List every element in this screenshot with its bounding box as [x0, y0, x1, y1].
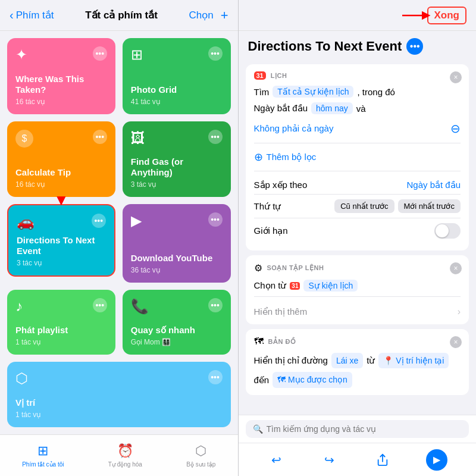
calendar-event-type[interactable]: Tất cả Sự kiện lịch [273, 86, 353, 98]
shortcut-card-download-youtube[interactable]: ▶ ••• Download YouTube 36 tác vụ [123, 204, 231, 283]
card-subtitle: 16 tác vụ [15, 180, 107, 189]
date-prefix: Ngày bắt đầu [254, 103, 308, 114]
shortcut-card-quay-so-nhanh[interactable]: 📞 ••• Quay số nhanh Gọi Mom 👩‍👩‍👧‍👦 [123, 290, 231, 355]
card-menu-button[interactable]: ••• [93, 298, 107, 312]
shortcut-card-photo-grid[interactable]: ⊞ ••• Photo Grid 41 tác vụ [123, 38, 231, 114]
my-shortcuts-icon: ⊞ [37, 443, 48, 459]
maps-close-button[interactable]: × [450, 336, 462, 348]
card-menu-button[interactable]: ••• [93, 46, 107, 61]
not-all-day-row[interactable]: Không phải cả ngày ⊖ [254, 119, 461, 138]
card-menu-button[interactable]: ••• [208, 212, 223, 227]
more-options-button[interactable]: ••• [406, 38, 423, 55]
tab-gallery[interactable]: ⬡ Bộ sưu tập [186, 443, 215, 468]
limit-label: Giới hạn [254, 226, 288, 236]
shortcut-card-directions[interactable]: 🚗 ••• Directions To Next Event 3 tác vụ [7, 204, 115, 277]
order-row: Thứ tự Cũ nhất trước Mới nhất trước [254, 195, 461, 218]
undo-button[interactable]: ↩ [267, 450, 286, 469]
card-title: Phát playlist [15, 325, 107, 336]
red-down-arrow: ▼ [54, 191, 69, 209]
dest-icon: 🗺 [277, 375, 286, 384]
right-content: 31 LỊCH × Tìm Tất cả Sự kiện lịch , tron… [239, 60, 477, 415]
tab-automation[interactable]: ⏰ Tự động hóa [108, 443, 142, 468]
search-input[interactable] [267, 424, 462, 434]
card-menu-button[interactable]: ••• [208, 130, 223, 144]
calendar-close-button[interactable]: × [450, 71, 462, 83]
card-subtitle: 1 tác vụ [15, 338, 107, 346]
card-menu-button[interactable]: ••• [208, 298, 223, 312]
card-icon-music: ♪ [15, 298, 23, 315]
maps-action-card: 🗺 BẢN ĐỒ × Hiển thị chỉ đường Lái xe từ … [246, 329, 469, 395]
sort-label: Sắp xếp theo [254, 180, 308, 190]
show-more-row[interactable]: Hiển thị thêm › [254, 302, 461, 317]
redo-button[interactable]: ↪ [320, 450, 339, 469]
choose-event-value[interactable]: Sự kiện lịch [303, 280, 358, 292]
header-actions: Chọn + [189, 8, 228, 23]
location-icon: 📍 [383, 356, 393, 365]
tab-my-shortcuts-label: Phím tắt của tôi [22, 461, 64, 468]
card-icon-layers: ⬡ [15, 370, 28, 387]
tab-gallery-label: Bộ sưu tập [186, 461, 215, 468]
add-filter-button[interactable]: ⊕ Thêm bộ lọc [254, 148, 461, 166]
card-divider-2 [254, 171, 461, 171]
location-pill[interactable]: 📍 Vị trí hiện tại [378, 353, 449, 368]
limit-row: Giới hạn [254, 218, 461, 243]
script-divider [254, 296, 461, 297]
add-shortcut-button[interactable]: + [221, 8, 228, 23]
find-prefix: Tìm [254, 87, 270, 97]
script-close-button[interactable]: × [450, 262, 462, 274]
card-title: Photo Grid [131, 84, 223, 95]
dest-pill[interactable]: 🗺 Mục được chọn [273, 372, 352, 387]
play-button[interactable]: ▶ [426, 449, 447, 471]
card-icon-car: 🚗 [17, 214, 35, 230]
maps-card-header: 🗺 BẢN ĐỒ [254, 336, 461, 347]
card-menu-button[interactable]: ••• [92, 214, 106, 228]
minus-circle-icon: ⊖ [450, 121, 461, 136]
drive-pill[interactable]: Lái xe [331, 353, 363, 368]
tab-my-shortcuts[interactable]: ⊞ Phím tắt của tôi [22, 443, 64, 468]
card-subtitle: 41 tác vụ [131, 98, 223, 106]
shortcut-card-calculate-tip[interactable]: $ ••• Calculate Tip 16 tác vụ [7, 121, 115, 198]
search-container[interactable]: 🔍 [246, 420, 469, 438]
right-title-area: Directions To Next Event ••• [239, 31, 477, 60]
today-pill[interactable]: hôm nay [311, 102, 353, 114]
card-icon-play: ▶ [131, 212, 142, 229]
done-button[interactable]: Xong [427, 7, 467, 24]
right-header: Xong [239, 0, 477, 31]
right-panel: Xong Directions To Next Event ••• 31 LỊC… [239, 0, 477, 476]
shortcut-card-phat-playlist[interactable]: ♪ ••• Phát playlist 1 tác vụ [7, 290, 115, 355]
card-menu-button[interactable]: ••• [208, 46, 223, 61]
card-icon-image: 🖼 [131, 130, 145, 146]
card-subtitle: 3 tác vụ [131, 180, 223, 189]
maps-section-label: BẢN ĐỒ [268, 338, 296, 346]
choose-button[interactable]: Chọn [189, 9, 213, 21]
calendar-date-row: Ngày bắt đầu hôm nay và [254, 102, 461, 114]
card-title: Quay số nhanh [131, 325, 223, 336]
card-icon-sparkle: ✦ [15, 46, 27, 63]
card-title: Find Gas (or Anything) [131, 156, 223, 178]
back-button[interactable]: ‹ Phím tắt [10, 8, 54, 22]
newest-first-button[interactable]: Mới nhất trước [398, 199, 461, 213]
maps-from: từ [367, 353, 375, 368]
order-buttons: Cũ nhất trước Mới nhất trước [334, 199, 461, 213]
shortcut-card-where-was-this[interactable]: ✦ ••• Where Was This Taken? 16 tác vụ [7, 38, 115, 114]
card-subtitle: 1 tác vụ [15, 411, 223, 419]
card-menu-button[interactable]: ••• [208, 370, 223, 384]
share-button[interactable] [373, 450, 392, 469]
card-menu-button[interactable]: ••• [93, 130, 107, 144]
red-arrow-annotation [402, 7, 432, 24]
limit-toggle[interactable] [434, 223, 461, 239]
right-footer: ↩ ↪ ▶ [239, 443, 477, 476]
shortcut-card-vi-tri[interactable]: ⬡ ••• Vị trí 1 tác vụ [7, 362, 231, 427]
left-panel: ‹ Phím tắt Tất cả phím tắt Chọn + ✦ ••• … [0, 0, 238, 476]
calendar-find-row: Tìm Tất cả Sự kiện lịch , trong đó [254, 86, 461, 98]
shortcut-card-find-gas[interactable]: 🖼 ••• Find Gas (or Anything) 3 tác vụ [123, 121, 231, 198]
show-more-label: Hiển thị thêm [254, 306, 308, 317]
calendar-card-header: 31 LỊCH [254, 71, 461, 80]
script-card-header: ⚙ SOẠN TẬP LỆNH [254, 262, 461, 274]
search-icon: 🔍 [253, 424, 263, 434]
red-arrow-svg [402, 7, 432, 24]
calendar-section-label: LỊCH [271, 72, 287, 80]
oldest-first-button[interactable]: Cũ nhất trước [334, 199, 394, 213]
sort-row: Sắp xếp theo Ngày bắt đầu [254, 176, 461, 195]
sort-value[interactable]: Ngày bắt đầu [406, 180, 461, 190]
